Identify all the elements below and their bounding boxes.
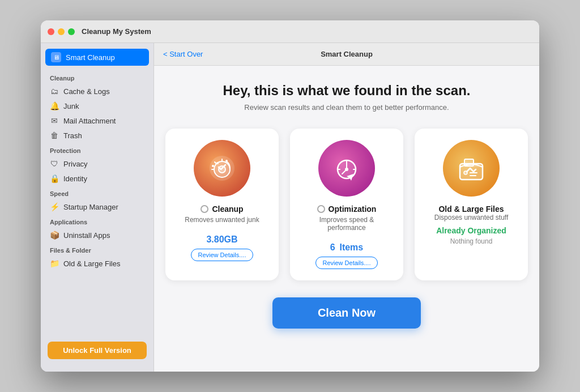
old-files-sidebar-icon: 📁 [50,259,59,268]
optimization-title-row: Optimization [317,204,377,214]
cache-logs-icon: 🗂 [50,87,59,96]
sidebar: 🖥 Smart Cleanup Cleanup 🗂 Cache & Logs 🔔… [41,43,154,372]
sidebar-cache-logs-label: Cache & Logs [63,87,110,96]
cleanup-title-row: Cleanup [201,204,243,214]
page-headline: Hey, this is what we found in the scan. [223,83,471,99]
optimization-card: Optimization Improves speed & performanc… [290,129,403,280]
window-title: Cleanup My System [82,27,151,36]
svg-point-17 [464,171,467,174]
old-files-svg [454,151,488,185]
cleanup-value: 3.80GB [206,228,237,246]
old-files-card-icon [443,140,500,197]
optimization-review-button[interactable]: Review Details.... [315,257,378,269]
sidebar-bottom: Unlock Full Version [41,335,153,366]
minimize-button[interactable] [58,28,65,35]
sidebar-item-trash[interactable]: 🗑 Trash [41,128,153,143]
app-window: Cleanup My System 🖥 Smart Cleanup Cleanu… [41,20,539,372]
cleanup-review-button[interactable]: Review Details.... [191,249,254,261]
cleanup-card-icon [194,140,250,197]
optimization-unit: Items [339,242,363,252]
main-panel: < Start Over Smart Cleanup Hey, this is … [154,43,539,372]
cleanup-card-title: Cleanup [212,204,243,214]
sidebar-startup-label: Startup Manager [63,203,118,211]
sidebar-section-applications: Applications [41,214,153,228]
close-button[interactable] [48,28,54,35]
trash-icon: 🗑 [50,131,59,140]
already-organized-label: Already Organized [436,226,506,235]
uninstall-icon: 📦 [50,231,59,240]
sidebar-item-uninstall-apps[interactable]: 📦 Uninstall Apps [41,228,153,242]
svg-point-11 [345,168,348,171]
sidebar-section-files: Files & Folder [41,242,153,256]
startup-icon: ⚡ [50,202,59,211]
identity-icon: 🔒 [50,174,59,183]
junk-icon: 🔔 [50,101,59,110]
sidebar-item-privacy[interactable]: 🛡 Privacy [41,156,153,171]
optimization-radio[interactable] [317,205,325,213]
cleanup-unit: GB [224,235,238,244]
main-toolbar: < Start Over Smart Cleanup [154,43,539,66]
results-cards: Cleanup Removes unwanted junk 3.80GB Rev… [165,129,528,280]
titlebar: Cleanup My System [41,20,539,43]
cleanup-description: Removes unwanted junk [185,216,259,224]
sidebar-privacy-label: Privacy [63,160,88,168]
privacy-icon: 🛡 [50,159,59,168]
content-area: 🖥 Smart Cleanup Cleanup 🗂 Cache & Logs 🔔… [41,43,539,372]
sidebar-section-protection: Protection [41,143,153,156]
sidebar-item-identity[interactable]: 🔒 Identity [41,171,153,186]
sidebar-junk-label: Junk [63,102,79,110]
toolbar-title: Smart Cleanup [321,50,373,58]
optimization-card-icon [318,140,375,197]
page-subheadline: Review scan results and clean them to ge… [244,103,449,112]
svg-point-2 [219,166,225,173]
sidebar-mail-label: Mail Attachment [63,117,116,125]
svg-rect-16 [464,159,474,166]
svg-point-8 [212,165,214,167]
cleanup-svg [205,151,239,185]
nothing-found-label: Nothing found [450,237,493,245]
optimization-svg [330,151,364,185]
sidebar-item-old-large-files[interactable]: 📁 Old & Large Files [41,256,153,271]
optimization-description: Improves speed & performance [301,216,392,232]
sidebar-item-junk[interactable]: 🔔 Junk [41,99,153,113]
old-large-files-card: Old & Large Files Disposes unwanted stuf… [415,129,528,280]
sidebar-smart-cleanup-label: Smart Cleanup [66,53,115,62]
start-over-button[interactable]: < Start Over [163,50,203,58]
sidebar-oldfiles-label: Old & Large Files [63,259,120,268]
sidebar-section-speed: Speed [41,186,153,199]
traffic-lights [48,28,75,35]
svg-point-6 [216,162,219,164]
sidebar-item-startup-manager[interactable]: ⚡ Startup Manager [41,199,153,214]
optimization-value: 6 Items [330,236,363,254]
main-content: Hey, this is what we found in the scan. … [154,66,539,372]
sidebar-section-cleanup: Cleanup [41,70,153,84]
sidebar-item-mail-attachment[interactable]: ✉ Mail Attachment [41,113,153,128]
sidebar-item-cache-logs[interactable]: 🗂 Cache & Logs [41,84,153,99]
cleanup-card: Cleanup Removes unwanted junk 3.80GB Rev… [165,129,279,280]
optimization-card-title: Optimization [329,204,377,214]
mail-attachment-icon: ✉ [50,116,59,125]
sidebar-item-smart-cleanup[interactable]: 🖥 Smart Cleanup [45,49,149,66]
maximize-button[interactable] [68,28,75,35]
sidebar-uninstall-label: Uninstall Apps [63,231,110,240]
old-files-card-title: Old & Large Files [438,204,504,214]
smart-cleanup-icon: 🖥 [51,52,61,62]
sidebar-identity-label: Identity [63,174,87,183]
cleanup-radio[interactable] [201,205,208,213]
clean-now-button[interactable]: Clean Now [272,297,421,329]
svg-point-7 [225,160,228,162]
unlock-full-version-button[interactable]: Unlock Full Version [48,342,147,359]
old-files-description: Disposes unwanted stuff [434,214,509,221]
sidebar-trash-label: Trash [63,131,82,140]
